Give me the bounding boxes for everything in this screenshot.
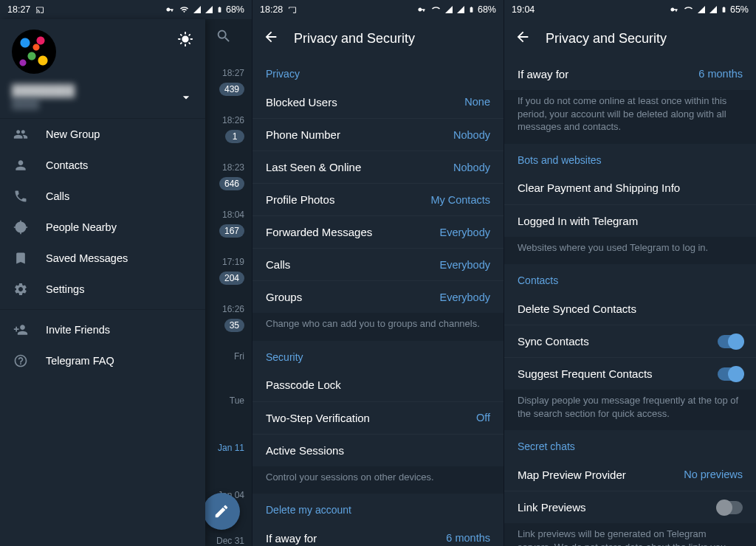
drawer-settings[interactable]: Settings (0, 274, 205, 305)
status-time: 18:28 (260, 4, 283, 15)
row-if-away[interactable]: If away for6 months (504, 58, 756, 90)
pencil-icon (213, 503, 230, 519)
secret-hint: Link previews will be generated on Teleg… (504, 523, 756, 546)
app-bar: Privacy and Security (504, 19, 756, 58)
drawer-invite[interactable]: Invite Friends (0, 314, 205, 345)
drawer-item-label: Contacts (46, 159, 88, 171)
drawer-people-nearby[interactable]: People Nearby (0, 212, 205, 243)
battery-icon (216, 4, 223, 15)
row-sync-contacts[interactable]: Sync Contacts (504, 325, 756, 357)
security-hint: Control your sessions on other devices. (252, 466, 504, 494)
row-last-seen[interactable]: Last Seen & OnlineNobody (252, 151, 504, 183)
account-name[interactable]: ████████ (12, 84, 193, 97)
wifi-icon (179, 5, 190, 14)
row-groups[interactable]: GroupsEverybody (252, 280, 504, 313)
status-bar: 19:04 65% (504, 0, 756, 19)
section-contacts: Contacts (504, 264, 756, 292)
row-clear-payment[interactable]: Clear Payment and Shipping Info (504, 172, 756, 204)
row-if-away[interactable]: If away for6 months (252, 522, 504, 546)
drawer-item-label: People Nearby (46, 221, 117, 233)
row-profile-photos[interactable]: Profile PhotosMy Contacts (252, 183, 504, 215)
avatar[interactable] (12, 30, 56, 74)
status-bar: 18:28 68% (252, 0, 504, 19)
status-battery: 65% (730, 4, 749, 15)
row-link-previews[interactable]: Link Previews (504, 491, 756, 523)
page-title: Privacy and Security (546, 31, 667, 46)
theme-toggle[interactable] (177, 31, 193, 50)
app-bar: Privacy and Security (252, 19, 504, 58)
location-icon (13, 220, 28, 235)
row-phone-number[interactable]: Phone NumberNobody (252, 118, 504, 151)
drawer-new-group[interactable]: New Group (0, 119, 205, 150)
chat-list-peek: 18:27439 18:261 18:23646 18:04167 17:192… (205, 19, 252, 546)
row-calls-privacy[interactable]: CallsEverybody (252, 248, 504, 280)
drawer-item-label: Saved Messages (46, 252, 128, 264)
section-bots: Bots and websites (504, 144, 756, 172)
drawer-item-label: New Group (46, 128, 100, 140)
phone-icon (13, 189, 28, 204)
account-expand[interactable] (179, 90, 193, 108)
drawer-faq[interactable]: Telegram FAQ (0, 345, 205, 376)
signal-icon-2 (456, 5, 465, 14)
section-delete: Delete my account (252, 494, 504, 522)
section-security: Security (252, 341, 504, 369)
compose-fab[interactable] (203, 493, 240, 530)
row-sessions[interactable]: Active Sessions (252, 434, 504, 466)
cast-icon (35, 6, 45, 14)
row-suggest-frequent[interactable]: Suggest Frequent Contacts (504, 357, 756, 390)
vpn-key-icon (164, 6, 176, 13)
group-icon (13, 127, 28, 142)
arrow-back-icon (263, 29, 279, 45)
row-forwarded[interactable]: Forwarded MessagesEverybody (252, 215, 504, 248)
back-button[interactable] (263, 29, 279, 48)
signal-icon-2 (205, 5, 213, 14)
contacts-hint: Display people you message frequently at… (504, 390, 756, 430)
bots-hint: Websites where you used Telegram to log … (504, 237, 756, 265)
drawer-item-label: Calls (46, 190, 69, 202)
toggle-link-previews[interactable] (718, 501, 743, 514)
section-privacy: Privacy (252, 58, 504, 86)
status-battery: 68% (226, 4, 244, 15)
page-title: Privacy and Security (294, 31, 415, 46)
cast-icon (287, 6, 298, 14)
vpn-key-icon (416, 6, 427, 13)
battery-icon (721, 4, 727, 15)
search-icon[interactable] (216, 28, 232, 47)
back-button[interactable] (515, 29, 531, 48)
toggle-sync[interactable] (718, 335, 743, 348)
signal-icon-2 (709, 5, 718, 14)
row-delete-synced[interactable]: Delete Synced Contacts (504, 292, 756, 325)
wifi-icon (683, 5, 694, 14)
status-bar: 18:27 68% (0, 0, 252, 19)
navigation-drawer: ████████ ████ New Group Contacts Calls P… (0, 19, 205, 546)
section-secret: Secret chats (504, 430, 756, 458)
drawer-contacts[interactable]: Contacts (0, 150, 205, 181)
row-logged-in[interactable]: Logged In with Telegram (504, 204, 756, 237)
drawer-calls[interactable]: Calls (0, 181, 205, 212)
status-time: 18:27 (7, 4, 30, 15)
signal-icon (193, 5, 202, 14)
signal-icon (444, 5, 453, 14)
toggle-suggest[interactable] (718, 367, 743, 381)
arrow-back-icon (515, 29, 531, 45)
row-map-preview[interactable]: Map Preview ProviderNo previews (504, 458, 756, 491)
battery-icon (468, 4, 475, 15)
row-two-step[interactable]: Two-Step VerificationOff (252, 401, 504, 434)
row-passcode[interactable]: Passcode Lock (252, 369, 504, 401)
status-battery: 68% (478, 4, 496, 15)
person-add-icon (13, 322, 28, 337)
drawer-item-label: Settings (46, 283, 84, 295)
drawer-item-label: Invite Friends (46, 324, 110, 336)
help-icon (13, 353, 28, 368)
away-hint: If you do not come online at least once … (504, 90, 756, 144)
bookmark-icon (13, 251, 28, 266)
sun-icon (177, 31, 193, 47)
person-icon (13, 158, 28, 173)
drawer-item-label: Telegram FAQ (46, 355, 114, 367)
row-blocked-users[interactable]: Blocked UsersNone (252, 86, 504, 118)
wifi-icon (430, 5, 441, 14)
status-time: 19:04 (512, 4, 535, 15)
drawer-saved[interactable]: Saved Messages (0, 243, 205, 274)
account-sub: ████ (12, 98, 193, 109)
chevron-down-icon (179, 90, 193, 105)
